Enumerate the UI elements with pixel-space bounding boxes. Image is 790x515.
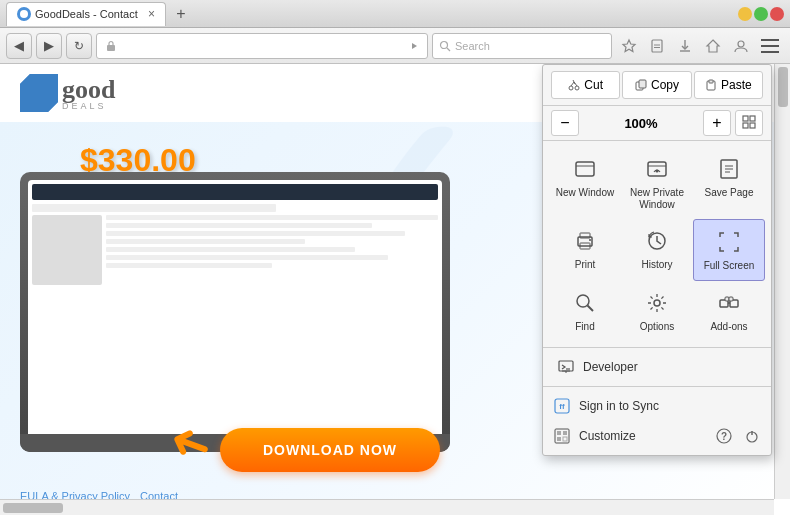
search-box[interactable]: Search	[432, 33, 612, 59]
svg-text:ff: ff	[559, 402, 565, 411]
active-tab[interactable]: GoodDeals - Contact ×	[6, 2, 166, 26]
zoom-row: − 100% +	[543, 106, 771, 141]
new-private-label: New PrivateWindow	[630, 187, 684, 211]
fullscreen-toggle-button[interactable]	[735, 110, 763, 136]
lock-icon	[105, 40, 117, 52]
svg-rect-59	[557, 431, 561, 435]
star-button[interactable]	[616, 33, 642, 59]
logo-icon	[20, 74, 58, 112]
menu-bottom-section: ff Sign in to Sync Customize ?	[543, 387, 771, 455]
fullscreen-menu-icon	[715, 228, 743, 256]
options-icon	[643, 289, 671, 317]
tab-bar: GoodDeals - Contact × +	[6, 2, 192, 26]
find-item[interactable]: Find	[549, 281, 621, 341]
profile-button[interactable]	[728, 33, 754, 59]
svg-rect-62	[563, 437, 567, 441]
private-window-icon	[643, 155, 671, 183]
footer-links: EULA & Privacy Policy Contact	[20, 490, 178, 499]
cut-button[interactable]: Cut	[551, 71, 620, 99]
tab-favicon	[17, 7, 31, 21]
toolbar-action-buttons	[616, 32, 784, 60]
paste-icon	[705, 79, 717, 91]
svg-rect-33	[648, 162, 666, 176]
addons-item[interactable]: Add-ons	[693, 281, 765, 341]
zoom-out-button[interactable]: −	[551, 110, 579, 136]
sign-in-item[interactable]: ff Sign in to Sync	[549, 391, 765, 421]
svg-marker-11	[707, 40, 719, 52]
svg-point-43	[589, 239, 591, 241]
print-item[interactable]: Print	[549, 219, 621, 281]
zoom-in-button[interactable]: +	[703, 110, 731, 136]
svg-point-35	[656, 170, 659, 173]
close-window-button[interactable]	[770, 7, 784, 21]
eula-link[interactable]: EULA & Privacy Policy	[20, 490, 130, 499]
svg-point-12	[738, 41, 744, 47]
navigation-toolbar: ◀ ▶ ↻ Search	[0, 28, 790, 64]
svg-line-20	[571, 82, 574, 86]
help-button[interactable]: ?	[711, 423, 737, 449]
svg-line-46	[588, 306, 594, 312]
print-icon	[571, 227, 599, 255]
back-button[interactable]: ◀	[6, 33, 32, 59]
hscrollbar-thumb[interactable]	[3, 503, 63, 513]
svg-rect-26	[709, 80, 713, 83]
save-page-label: Save Page	[705, 187, 754, 199]
new-window-item[interactable]: New Window	[549, 147, 621, 219]
svg-point-3	[441, 41, 448, 48]
find-icon	[571, 289, 599, 317]
copy-button[interactable]: Copy	[622, 71, 691, 99]
svg-marker-2	[412, 43, 417, 49]
svg-rect-31	[576, 162, 594, 176]
paste-button[interactable]: Paste	[694, 71, 763, 99]
save-page-icon	[715, 155, 743, 183]
contact-link[interactable]: Contact	[140, 490, 178, 499]
menu-grid: New Window New PrivateWindow Save Page P	[543, 141, 771, 348]
tab-close-button[interactable]: ×	[148, 7, 155, 21]
maximize-button[interactable]	[754, 7, 768, 21]
svg-text:?: ?	[721, 431, 727, 442]
new-tab-button[interactable]: +	[170, 3, 192, 25]
vertical-scrollbar[interactable]	[774, 64, 790, 499]
bookmark-button[interactable]	[644, 33, 670, 59]
back-icon: ◀	[14, 38, 24, 53]
zoom-value: 100%	[583, 116, 699, 131]
cut-icon	[568, 79, 580, 91]
scrollbar-thumb[interactable]	[778, 67, 788, 107]
svg-line-4	[447, 48, 450, 51]
forward-button[interactable]: ▶	[36, 33, 62, 59]
fullscreen-item[interactable]: Full Screen	[693, 219, 765, 281]
svg-rect-30	[750, 123, 755, 128]
address-bar[interactable]	[96, 33, 428, 59]
print-label: Print	[575, 259, 596, 271]
options-item[interactable]: Options	[621, 281, 693, 341]
refresh-button[interactable]: ↻	[66, 33, 92, 59]
logo-deals: DEALS	[62, 101, 115, 111]
search-icon	[439, 40, 451, 52]
sign-in-label: Sign in to Sync	[579, 399, 659, 413]
history-item[interactable]: History	[621, 219, 693, 281]
page-content: good DEALS ✓ $330.00 $380.90 $399.99	[0, 64, 790, 515]
home-button[interactable]	[700, 33, 726, 59]
new-private-window-item[interactable]: New PrivateWindow	[621, 147, 693, 219]
paste-label: Paste	[721, 78, 752, 92]
search-placeholder: Search	[455, 40, 490, 52]
title-bar: GoodDeals - Contact × +	[0, 0, 790, 28]
menu-button[interactable]	[756, 32, 784, 60]
window-controls	[738, 7, 784, 21]
svg-rect-51	[729, 297, 733, 301]
svg-rect-29	[743, 123, 748, 128]
address-arrow-icon	[409, 41, 419, 51]
horizontal-scrollbar[interactable]	[0, 499, 774, 515]
menu-utility-buttons: ?	[711, 423, 765, 449]
download-manager-button[interactable]	[672, 33, 698, 59]
customize-label: Customize	[579, 429, 636, 443]
power-button[interactable]	[739, 423, 765, 449]
developer-label: Developer	[583, 360, 638, 374]
customize-item[interactable]: Customize	[549, 421, 640, 451]
developer-item[interactable]: Developer	[553, 352, 761, 382]
save-page-item[interactable]: Save Page	[693, 147, 765, 219]
download-button[interactable]: DOWNLOAD NOW	[220, 428, 440, 472]
svg-rect-24	[639, 80, 646, 88]
svg-point-45	[577, 295, 589, 307]
minimize-button[interactable]	[738, 7, 752, 21]
